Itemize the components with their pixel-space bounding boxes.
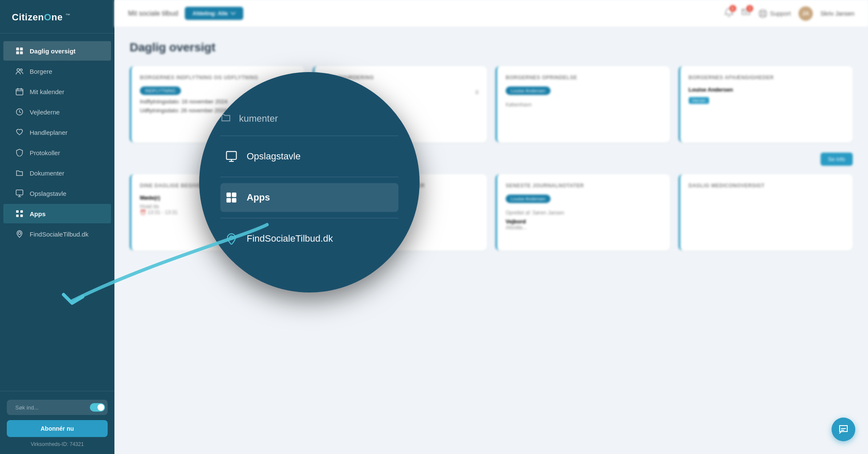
app-logo: CitizenOne ™: [12, 12, 70, 22]
support-icon: [758, 9, 768, 18]
sidebar-footer: Abonnér nu Virksomheds-ID: 74321: [0, 391, 114, 454]
se-info-button[interactable]: Se info: [821, 153, 853, 166]
sidebar-label-protocols: Protokoller: [30, 149, 60, 156]
board-icon: [15, 189, 24, 198]
sidebar-search-bar[interactable]: [7, 400, 108, 415]
dashboard: Daglig oversigt Borgernes indflytning og…: [114, 27, 868, 454]
svg-point-16: [761, 12, 765, 15]
risk-label: Ingen risiko: [331, 89, 359, 95]
chat-button[interactable]: [832, 418, 855, 441]
breadcrumb: Mit sociale tilbud: [128, 10, 178, 17]
sidebar-item-apps[interactable]: Apps: [3, 204, 111, 223]
risk-row: Ingen risiko 0: [323, 86, 479, 98]
events-content: Møde(r) Hvad da ⏰ 13:31 - 13:31: [140, 195, 296, 215]
sidebar-label-apps: Apps: [30, 210, 46, 217]
sidebar-item-protocols[interactable]: Protokoller: [3, 143, 111, 162]
clock-icon: [15, 108, 24, 116]
sidebar-item-calendar[interactable]: Mit kalender: [3, 82, 111, 101]
widget-afhangigheder: Borgernes afhængigheder Louise Andersen …: [679, 66, 853, 142]
grid-icon: [15, 47, 24, 55]
sidebar-label-citizens: Borgere: [30, 68, 52, 75]
svg-rect-8: [16, 190, 23, 195]
svg-point-4: [17, 69, 19, 71]
sidebar-nav: Daglig oversigt Borgere Mit kalender Vej…: [0, 33, 114, 391]
svg-rect-3: [20, 51, 23, 54]
sidebar-item-daily[interactable]: Daglig oversigt: [3, 41, 111, 61]
support-link[interactable]: Support: [758, 9, 791, 18]
journal-content: Louise Andersen Oprettet af: Søren Janse…: [506, 195, 662, 231]
logo-area: CitizenOne ™: [0, 0, 114, 33]
widget-indflytning: Borgernes indflytning og udflytning INDF…: [130, 66, 304, 142]
apps-icon: [15, 209, 24, 218]
widget-title: Borgernes indflytning og udflytning: [140, 75, 296, 81]
topbar: Mit sociale tilbud Afdeling: Alle 6 3 Su…: [114, 0, 868, 27]
sidebar-label-documents: Dokumenter: [30, 170, 64, 177]
widget-medico-title: Daglig mediconoversigt: [689, 183, 845, 189]
notifications-bell[interactable]: 6: [724, 8, 734, 19]
dep-content: Louise Andersen Heroin: [689, 86, 845, 104]
sidebar-label-findsociale: FindSocialeTilbud.dk: [30, 231, 89, 238]
dep-tag: Heroin: [689, 97, 709, 104]
calendar-icon: [15, 87, 24, 96]
folder-icon: [15, 169, 24, 177]
origin-location: København: [506, 102, 662, 108]
topbar-dropdown-button[interactable]: Afdeling: Alle: [185, 7, 243, 20]
svg-rect-12: [20, 214, 23, 217]
sidebar-item-documents[interactable]: Dokumenter: [3, 163, 111, 183]
chevron-down-icon: [231, 12, 236, 15]
messages-icon[interactable]: 3: [741, 8, 751, 19]
origin-person: Louise Andersen: [506, 86, 551, 95]
widget-risikovurdering: Risikovurdering Ingen risiko 0: [313, 66, 487, 142]
widget-bor-title: Borgeres daglige begivenheder: [323, 183, 479, 189]
sidebar-toggle[interactable]: [90, 403, 105, 412]
support-label: Support: [770, 10, 791, 17]
sidebar-label-calendar: Mit kalender: [30, 88, 64, 95]
pin-icon: [15, 230, 24, 238]
journal-person: Louise Andersen: [506, 195, 551, 203]
sidebar-item-checkins[interactable]: Vejlederne: [3, 102, 111, 122]
svg-rect-6: [16, 89, 23, 95]
svg-rect-1: [20, 47, 23, 50]
sidebar-search-input[interactable]: [15, 404, 86, 411]
chat-icon: [838, 424, 849, 435]
avatar[interactable]: JA: [798, 6, 813, 21]
dep-person: Louise Andersen: [689, 86, 845, 93]
sidebar-item-citizens[interactable]: Borgere: [3, 61, 111, 81]
svg-rect-0: [16, 47, 19, 50]
svg-rect-9: [16, 210, 19, 213]
risk-dot: [323, 90, 327, 95]
sidebar-label-opslagstavle: Opslagstavle: [30, 190, 67, 197]
widget-borgeres-begivenheder: Borgeres daglige begivenheder: [313, 174, 487, 251]
heart-icon: [15, 128, 24, 136]
message-badge: 3: [746, 5, 753, 12]
main-area: Mit sociale tilbud Afdeling: Alle 6 3 Su…: [114, 0, 868, 454]
company-id: Virksomheds-ID: 74321: [7, 441, 108, 447]
sidebar: CitizenOne ™ Daglig oversigt Borgere: [0, 0, 114, 454]
bell-badge: 6: [729, 5, 736, 12]
sidebar-label-handovers: Handleplaner: [30, 129, 67, 136]
username: Skriv Jansen: [821, 10, 854, 17]
origin-content: Louise Andersen København: [506, 86, 662, 108]
sidebar-item-findsociale[interactable]: FindSocialeTilbud.dk: [3, 224, 111, 244]
widgets-row-1: Borgernes indflytning og udflytning INDF…: [130, 66, 853, 142]
svg-rect-2: [16, 51, 19, 54]
subscribe-button[interactable]: Abonnér nu: [7, 420, 108, 437]
widget-risk-title: Risikovurdering: [323, 75, 479, 81]
shield-icon: [15, 148, 24, 157]
svg-point-5: [20, 69, 22, 71]
sidebar-item-handovers[interactable]: Handleplaner: [3, 123, 111, 142]
sidebar-item-opslagstavle[interactable]: Opslagstavle: [3, 184, 111, 203]
widget-dine-begivenheder: Dine daglige begivenheder Møde(r) Hvad d…: [130, 174, 304, 251]
topbar-icons: 6 3 Support JA Skriv Jansen: [724, 6, 854, 21]
widget-oprindelse: Borgernes oprindelse Louise Andersen Køb…: [495, 66, 670, 142]
svg-rect-11: [16, 214, 19, 217]
widgets-row-2: Dine daglige begivenheder Møde(r) Hvad d…: [130, 174, 853, 251]
svg-rect-10: [20, 210, 23, 213]
topbar-dropdown-label: Afdeling: Alle: [192, 10, 228, 17]
widget-mediconoversigt: Daglig mediconoversigt: [679, 174, 853, 251]
widget-content: Indflytningsdato: 16 november 2024 Udfly…: [140, 98, 296, 114]
widget-events-title: Dine daglige begivenheder: [140, 183, 296, 189]
action-row: Se info: [130, 153, 853, 166]
tag-indflytning: INDFLYTNING: [140, 86, 181, 95]
widget-journalnotater: Seneste journalnotater Louise Andersen O…: [495, 174, 670, 251]
